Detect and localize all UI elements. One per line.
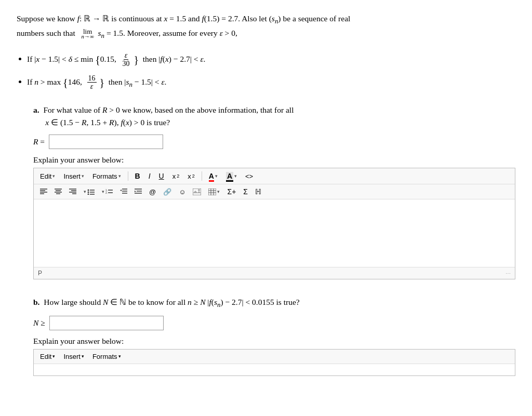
- editor-paragraph-indicator: P: [38, 270, 42, 277]
- part-a-block: a. For what value of R > 0 we know, base…: [33, 104, 515, 280]
- part-a-editor-body[interactable]: [34, 199, 515, 267]
- emoticon-button[interactable]: ☺: [176, 186, 189, 197]
- highlight-color-button[interactable]: A ▾: [223, 170, 240, 182]
- toolbar-separator-2: [202, 171, 202, 181]
- table-button[interactable]: ▾: [205, 187, 223, 197]
- part-a-answer-label: R =: [33, 137, 45, 146]
- code-button[interactable]: <>: [242, 171, 256, 182]
- outdent-button[interactable]: [117, 187, 130, 196]
- font-button[interactable]: ℍ: [252, 186, 264, 197]
- insert-menu-arrow: ▾: [82, 173, 84, 179]
- underline-button[interactable]: U: [156, 170, 167, 182]
- link-button[interactable]: @: [146, 186, 159, 197]
- italic-button[interactable]: I: [145, 170, 154, 182]
- part-a-answer-input[interactable]: [49, 135, 163, 149]
- part-b-answer-label: N ≥: [33, 318, 45, 328]
- special-chars-button[interactable]: Σ+: [224, 186, 239, 197]
- unlink-button[interactable]: 🔗: [160, 186, 175, 197]
- condition-1: If |x − 1.5| < δ ≤ min {0.15, ε 30 } the…: [27, 51, 515, 69]
- part-b-explain-label: Explain your answer below:: [33, 337, 515, 346]
- formats-menu-arrow: ▾: [118, 173, 121, 179]
- numbering-button[interactable]: ▾ 1.2.: [99, 187, 116, 196]
- align-left-button[interactable]: [37, 187, 50, 196]
- part-b-insert-button[interactable]: Insert ▾: [60, 351, 87, 362]
- superscript-button[interactable]: x2: [184, 171, 198, 182]
- part-a-explain-label: Explain your answer below:: [33, 155, 515, 165]
- part-b-block: b. How large should N ∈ ℕ be to know for…: [33, 296, 515, 376]
- part-b-editor-body[interactable]: [34, 364, 515, 374]
- svg-point-12: [88, 190, 89, 191]
- align-right-button[interactable]: [66, 187, 79, 196]
- subscript-button[interactable]: x2: [169, 171, 183, 182]
- edit-menu-button[interactable]: Edit ▾: [37, 171, 58, 182]
- indent-button[interactable]: [131, 187, 145, 196]
- condition-2: If n > max {146, 16 ε } then |sn − 1.5| …: [27, 74, 515, 91]
- svg-marker-23: [120, 190, 122, 191]
- edit-menu-arrow: ▾: [52, 173, 55, 179]
- bullets-button[interactable]: ▾: [81, 187, 98, 196]
- formats-menu-button[interactable]: Formats ▾: [89, 171, 124, 182]
- part-b-question: b. How large should N ∈ ℕ be to know for…: [33, 296, 515, 311]
- svg-marker-27: [135, 191, 136, 192]
- image-button[interactable]: [190, 187, 204, 197]
- part-a-editor-toolbar-top: Edit ▾ Insert ▾ Formats ▾ B I U x2 x2 A: [34, 168, 515, 184]
- part-b-editor-toolbar: Edit ▾ Insert ▾ Formats ▾: [34, 350, 515, 364]
- highlight-color-arrow: ▾: [234, 173, 237, 179]
- editor-resize-handle[interactable]: ⋯: [506, 271, 511, 276]
- part-a-answer-row: R =: [33, 135, 515, 149]
- font-color-button[interactable]: A ▾: [206, 170, 221, 182]
- svg-point-32: [198, 189, 200, 191]
- intro-paragraph: Suppose we know f: ℝ → ℝ is continuous a…: [17, 12, 515, 42]
- insert-menu-button[interactable]: Insert ▾: [60, 171, 87, 182]
- part-a-question: a. For what value of R > 0 we know, base…: [33, 104, 515, 130]
- align-center-button[interactable]: [51, 187, 65, 196]
- svg-point-14: [88, 192, 89, 193]
- part-b-answer-row: N ≥: [33, 316, 515, 330]
- part-a-editor-footer: P ⋯: [34, 267, 515, 279]
- part-a-editor-toolbar-bottom: ▾ ▾ 1.2. @ 🔗 ☺ ▾: [34, 184, 515, 199]
- part-b-formats-button[interactable]: Formats ▾: [89, 351, 124, 362]
- part-b-editor: Edit ▾ Insert ▾ Formats ▾: [33, 349, 515, 376]
- part-b-answer-input[interactable]: [49, 316, 164, 330]
- conditions-list: If |x − 1.5| < δ ≤ min {0.15, ε 30 } the…: [17, 51, 515, 91]
- bold-button[interactable]: B: [132, 170, 143, 182]
- toolbar-separator-1: [128, 171, 128, 181]
- svg-marker-31: [193, 191, 201, 193]
- svg-rect-33: [208, 189, 216, 195]
- part-b-edit-button[interactable]: Edit ▾: [37, 351, 58, 362]
- part-a-editor: Edit ▾ Insert ▾ Formats ▾ B I U x2 x2 A: [33, 168, 515, 279]
- svg-point-16: [88, 194, 89, 195]
- font-color-arrow: ▾: [215, 173, 218, 179]
- svg-text:2.: 2.: [105, 191, 108, 194]
- sum-button[interactable]: Σ: [240, 186, 251, 197]
